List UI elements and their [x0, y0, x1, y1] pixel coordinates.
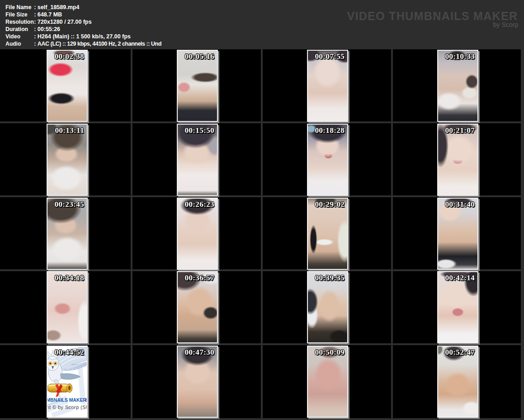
svg-text:nt © by Scorp (SU: nt © by Scorp (SU	[48, 404, 87, 410]
svg-text:8: 8	[85, 398, 87, 403]
svg-text:MBNAILS MAKER: MBNAILS MAKER	[48, 398, 87, 403]
